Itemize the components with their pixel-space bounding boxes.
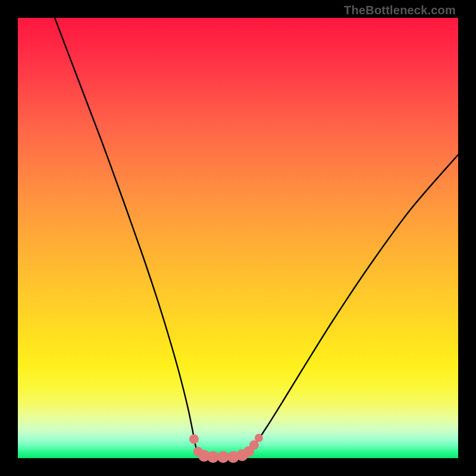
watermark-text: TheBottleneck.com bbox=[344, 4, 456, 17]
chart-frame: TheBottleneck.com bbox=[0, 0, 476, 476]
trough-markers bbox=[189, 434, 263, 463]
bottleneck-curve bbox=[55, 18, 458, 458]
curve-layer bbox=[18, 18, 458, 458]
trough-marker bbox=[255, 434, 263, 442]
trough-marker bbox=[189, 434, 199, 444]
plot-area bbox=[18, 18, 458, 458]
